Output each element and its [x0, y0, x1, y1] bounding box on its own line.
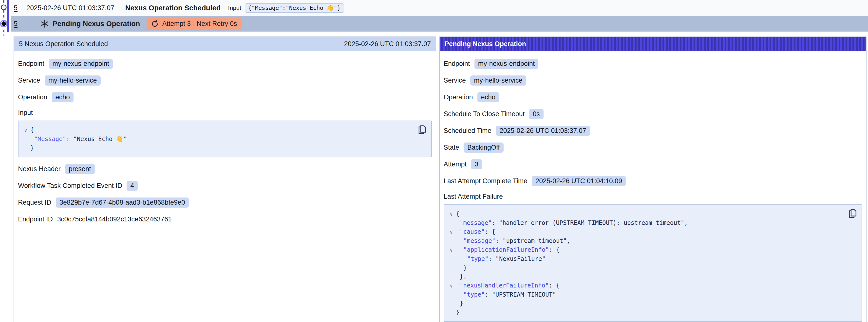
- json-line: }: [446, 299, 844, 308]
- json-value: : {: [549, 246, 560, 253]
- failure-json-lines: ∨ { "message": "handler error (UPSTREAM_…: [446, 209, 844, 317]
- failure-json-viewer: ∨ { "message": "handler error (UPSTREAM_…: [444, 204, 862, 322]
- field-row: Endpoint my-nexus-endpoint: [18, 59, 432, 69]
- field-row: Attempt 3: [444, 159, 862, 169]
- json-line: },: [446, 272, 844, 281]
- json-line: "type": "NexusFailure": [446, 254, 844, 263]
- collapse-chevron[interactable]: ∨: [21, 126, 30, 135]
- event-row-scheduled[interactable]: 5 2025-02-26 UTC 01:03:37.07 Nexus Opera…: [11, 0, 868, 16]
- copy-icon: [851, 210, 856, 216]
- field-row: State BackingOff: [444, 142, 862, 153]
- pending-asterisk-icon: [40, 19, 49, 28]
- panel-nexus-operation-scheduled: 5 Nexus Operation Scheduled 2025-02-26 U…: [13, 36, 436, 322]
- field-value-chip: my-nexus-endpoint: [49, 59, 113, 69]
- event-id-link[interactable]: 5: [14, 20, 18, 28]
- copy-icon: [421, 126, 426, 132]
- json-punctuation: }: [456, 309, 459, 316]
- field-label: Scheduled Time: [444, 127, 492, 135]
- json-key: "cause": [460, 228, 485, 235]
- field-value-chip: BackingOff: [464, 142, 503, 153]
- field-value: present: [65, 164, 95, 174]
- timeline-gutter: [0, 0, 11, 37]
- field-label: Endpoint: [444, 60, 470, 68]
- left-fields-bottom: Nexus Header present Workflow Task Compl…: [18, 164, 432, 224]
- field-value-chip: 2025-02-26 UTC 01:04:10.09: [532, 176, 626, 186]
- copy-button[interactable]: [417, 124, 427, 135]
- field-label: Operation: [444, 93, 473, 101]
- event-row-pending[interactable]: 5 Pending Nexus Operation Attempt 3 · Ne…: [11, 16, 868, 32]
- timeline-dot-scheduled: [1, 5, 6, 10]
- input-preview-chip[interactable]: {"Message":"Nexus Echo 👋"}: [245, 3, 344, 12]
- json-key: "message": [463, 237, 495, 244]
- field-row: Nexus Header present: [18, 164, 432, 174]
- json-punctuation: {: [456, 210, 459, 217]
- panel-pending-nexus-operation: Pending Nexus Operation Endpoint my-nexu…: [439, 36, 867, 322]
- json-line: ∨ "cause": {: [446, 227, 844, 236]
- left-panel-title: 5 Nexus Operation Scheduled: [19, 40, 108, 48]
- retry-icon: [151, 20, 159, 28]
- json-key: "applicationFailureInfo": [463, 246, 549, 253]
- json-line: "Message": "Nexus Echo 👋": [21, 135, 414, 143]
- json-value: : "Nexus Echo 👋": [66, 136, 127, 142]
- collapse-chevron[interactable]: ∨: [446, 210, 456, 219]
- right-fields-top: Endpoint my-nexus-endpoint Service my-he…: [444, 59, 862, 186]
- field-row: Endpoint my-nexus-endpoint: [444, 59, 862, 69]
- field-label: Service: [18, 77, 40, 84]
- collapse-chevron[interactable]: ∨: [446, 228, 456, 236]
- event-title: Nexus Operation Scheduled: [125, 4, 221, 12]
- field-label: State: [444, 144, 459, 151]
- pending-panel-title: Pending Nexus Operation: [444, 40, 526, 48]
- json-value: : {: [549, 282, 559, 289]
- failure-section-label: Last Attempt Failure: [444, 193, 862, 200]
- json-line: "type": "UPSTREAM_TIMEOUT": [446, 290, 844, 299]
- input-section-label: Input: [18, 109, 432, 117]
- left-fields-top: Endpoint my-nexus-endpoint Service my-he…: [18, 59, 432, 102]
- field-value: 4: [127, 181, 138, 191]
- json-punctuation: }: [460, 300, 463, 307]
- field-value-chip: echo: [52, 92, 74, 102]
- field-row: Service my-hello-service: [444, 75, 862, 86]
- field-value-chip: my-hello-service: [470, 75, 526, 86]
- input-json-lines: ∨ { "Message": "Nexus Echo 👋" }: [21, 126, 414, 152]
- json-value: : {: [485, 228, 495, 235]
- field-row: Workflow Task Completed Event ID 4: [18, 181, 432, 191]
- left-panel-header: 5 Nexus Operation Scheduled 2025-02-26 U…: [14, 37, 436, 51]
- json-key: "type": [467, 255, 489, 262]
- event-title: Pending Nexus Operation: [53, 20, 140, 28]
- field-label: Workflow Task Completed Event ID: [18, 182, 122, 190]
- json-line: }: [446, 308, 844, 317]
- field-label: Nexus Header: [18, 165, 61, 173]
- json-value: : "handler error (UPSTREAM_TIMEOUT): ups…: [492, 219, 688, 226]
- collapse-chevron[interactable]: ∨: [446, 281, 456, 290]
- retry-status-badge: Attempt 3 · Next Retry 0s: [147, 18, 242, 30]
- json-value: : "upstream timeout",: [495, 237, 570, 244]
- field-row: Operation echo: [444, 92, 862, 102]
- pending-panel-header: Pending Nexus Operation: [440, 37, 866, 51]
- field-row: Request ID 3e829b7e-7d67-4b08-aad3-b1e86…: [18, 197, 432, 207]
- field-value-link[interactable]: 3c0c75ccfa8144b092c13ce632463761: [57, 216, 172, 223]
- json-line: }: [21, 143, 414, 152]
- field-label: Attempt: [444, 161, 467, 168]
- field-value-chip: 3: [471, 159, 482, 169]
- field-row: Last Attempt Complete Time 2025-02-26 UT…: [444, 176, 862, 186]
- timeline-active-bar: [7, 0, 9, 32]
- json-line: ∨ "nexusHandlerFailureInfo": {: [446, 281, 844, 290]
- left-panel-timestamp: 2025-02-26 UTC 01:03:37.07: [344, 40, 431, 48]
- json-line: "message": "handler error (UPSTREAM_TIME…: [446, 219, 844, 227]
- field-row: Scheduled Time 2025-02-26 UTC 01:03:37.0…: [444, 126, 862, 136]
- collapse-chevron[interactable]: ∨: [446, 246, 456, 254]
- field-row: Operation echo: [18, 92, 432, 102]
- field-row: Service my-hello-service: [18, 75, 432, 86]
- field-label: Endpoint: [18, 60, 44, 68]
- json-key: "type": [463, 291, 485, 298]
- field-label: Request ID: [18, 199, 51, 206]
- copy-button[interactable]: [848, 208, 858, 219]
- field-label: Last Attempt Complete Time: [444, 177, 527, 185]
- event-rows: 5 2025-02-26 UTC 01:03:37.07 Nexus Opera…: [11, 0, 868, 32]
- json-line: "message": "upstream timeout",: [446, 236, 844, 245]
- json-punctuation: }: [30, 144, 34, 151]
- event-id-link[interactable]: 5: [14, 4, 18, 12]
- event-time: 2025-02-26 UTC 01:03:37.07: [26, 4, 114, 12]
- json-punctuation: {: [30, 127, 34, 133]
- json-punctuation: }: [463, 264, 467, 271]
